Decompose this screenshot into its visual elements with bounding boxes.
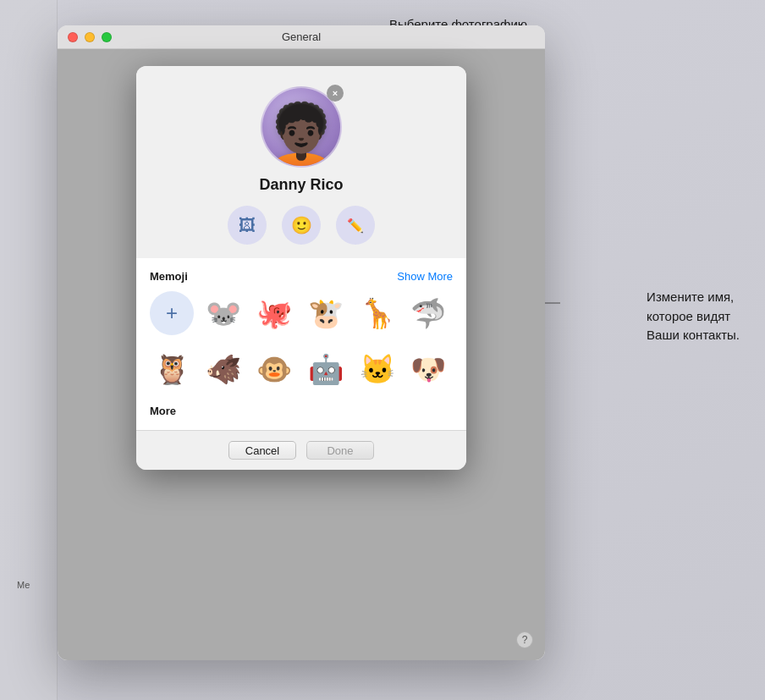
memoji-label: Memoji	[150, 270, 188, 283]
emoji-shark[interactable]: 🦈	[406, 291, 450, 335]
emoji-robot[interactable]: 🤖	[304, 347, 348, 391]
plus-icon: +	[166, 301, 178, 325]
action-buttons: 🖼 🙂 ✏️	[228, 206, 375, 245]
emoji-button[interactable]: 🙂	[282, 206, 321, 245]
avatar-memoji: 🧑🏿‍🦱	[263, 105, 339, 166]
maximize-traffic-light[interactable]	[102, 32, 112, 42]
titlebar: General	[58, 25, 545, 49]
more-section: More	[150, 403, 453, 418]
avatar-close-button[interactable]: ×	[327, 85, 344, 102]
emoji-octopus[interactable]: 🐙	[252, 291, 296, 335]
show-more-button[interactable]: Show More	[397, 270, 453, 283]
emoji-monkey[interactable]: 🐵	[252, 347, 296, 391]
window-content: 🧑🏿‍🦱 × Danny Rico 🖼 🙂	[58, 49, 545, 660]
sidebar: Me	[0, 0, 58, 700]
cancel-button[interactable]: Cancel	[228, 441, 296, 460]
more-label: More	[150, 405, 176, 417]
photo-icon: 🖼	[239, 216, 256, 235]
memoji-header: Memoji Show More	[150, 270, 453, 283]
emoji-owl[interactable]: 🦉	[150, 347, 194, 391]
close-traffic-light[interactable]	[68, 32, 78, 42]
sidebar-me-label: Me	[17, 580, 30, 590]
emoji-cow[interactable]: 🐮	[304, 291, 348, 335]
emoji-mouse[interactable]: 🐭	[201, 291, 245, 335]
window-title: General	[282, 30, 321, 43]
edit-button[interactable]: ✏️	[336, 206, 375, 245]
emoji-boar[interactable]: 🐗	[201, 347, 245, 391]
pencil-icon: ✏️	[347, 218, 364, 234]
avatar-wrapper: 🧑🏿‍🦱 ×	[261, 86, 342, 168]
emoji-icon: 🙂	[291, 215, 312, 235]
done-button[interactable]: Done	[306, 441, 374, 460]
help-button[interactable]: ?	[516, 631, 533, 648]
modal-overlay: 🧑🏿‍🦱 × Danny Rico 🖼 🙂	[58, 49, 545, 660]
main-window: General 🧑🏿‍🦱 × Danny Rico	[58, 25, 545, 660]
emoji-giraffe[interactable]: 🦒	[355, 291, 399, 335]
emoji-cat[interactable]: 🐱	[355, 347, 399, 391]
modal-dialog: 🧑🏿‍🦱 × Danny Rico 🖼 🙂	[136, 66, 466, 470]
avatar-section: 🧑🏿‍🦱 × Danny Rico 🖼 🙂	[136, 66, 466, 258]
photo-button[interactable]: 🖼	[228, 206, 267, 245]
add-memoji-button[interactable]: +	[150, 291, 194, 335]
user-name: Danny Rico	[259, 176, 343, 194]
callout-bottom: Измените имя, которое видят Ваши контакт…	[647, 288, 740, 345]
emoji-grid-row1: + 🐭 🐙 🐮 🦒 🦈	[150, 291, 453, 335]
emoji-dog[interactable]: 🐶	[406, 347, 450, 391]
modal-footer: Cancel Done	[136, 430, 466, 470]
picker-section: Memoji Show More + 🐭 🐙 🐮 🦒 🦈	[136, 258, 466, 430]
minimize-traffic-light[interactable]	[85, 32, 95, 42]
emoji-grid-row2: 🦉 🐗 🐵 🤖 🐱 🐶	[150, 347, 453, 391]
